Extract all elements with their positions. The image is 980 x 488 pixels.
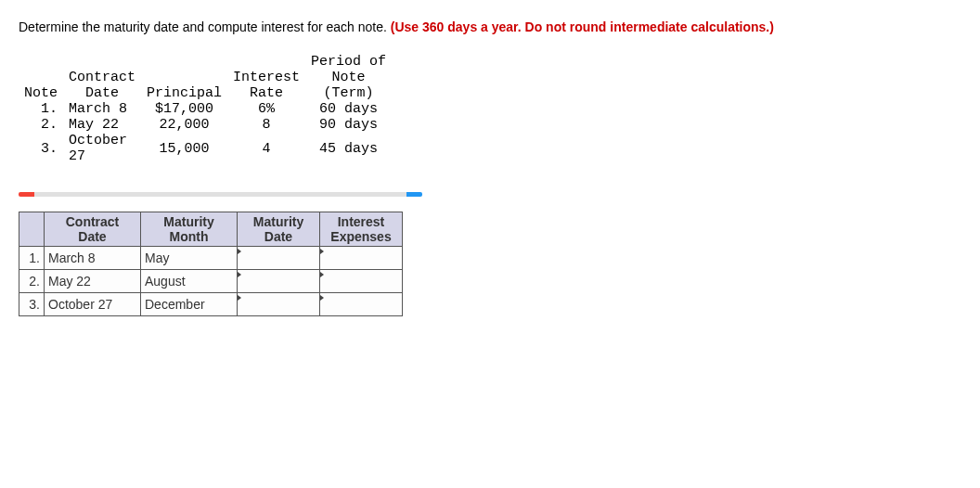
contract-date-cell: May 22 bbox=[63, 117, 141, 133]
given-row: 2. May 22 22,000 8 90 days bbox=[19, 117, 392, 133]
header-interest-expenses: InterestExpenses bbox=[320, 212, 403, 247]
header-maturity-date: MaturityDate bbox=[238, 212, 320, 247]
contract-date-cell: March 8 bbox=[45, 247, 141, 270]
header-contract-date: ContractDate bbox=[45, 212, 141, 247]
maturity-month-cell[interactable]: December bbox=[141, 293, 238, 316]
principal-cell: 22,000 bbox=[141, 117, 227, 133]
contract-date-cell: October 27 bbox=[45, 293, 141, 316]
row-number: 2. bbox=[19, 270, 45, 293]
rate-cell: 8 bbox=[227, 117, 305, 133]
maturity-date-input[interactable] bbox=[238, 293, 320, 316]
maturity-month-cell[interactable]: August bbox=[141, 270, 238, 293]
given-row: 1. March 8 $17,000 6% 60 days bbox=[19, 101, 392, 117]
given-row: 3. October27 15,000 4 45 days bbox=[19, 133, 392, 164]
header-principal: Principal bbox=[141, 54, 227, 101]
row-number: 3. bbox=[19, 293, 45, 316]
term-cell: 90 days bbox=[305, 117, 392, 133]
term-cell: 45 days bbox=[305, 133, 392, 164]
maturity-month-cell[interactable]: May bbox=[141, 247, 238, 270]
contract-date-cell: October27 bbox=[63, 133, 141, 164]
header-note: Note bbox=[19, 54, 63, 101]
principal-cell: $17,000 bbox=[141, 101, 227, 117]
row-number: 1. bbox=[19, 247, 45, 270]
header-contract-date: ContractDate bbox=[63, 54, 141, 101]
note-number: 1. bbox=[19, 101, 63, 117]
answer-input-table: ContractDate MaturityMonth MaturityDate … bbox=[19, 212, 403, 316]
header-blank bbox=[19, 212, 45, 247]
maturity-date-input[interactable] bbox=[238, 270, 320, 293]
horizontal-scrollbar[interactable] bbox=[19, 192, 422, 197]
contract-date-cell: May 22 bbox=[45, 270, 141, 293]
answer-row: 1. March 8 May bbox=[19, 247, 403, 270]
contract-date-cell: March 8 bbox=[63, 101, 141, 117]
principal-cell: 15,000 bbox=[141, 133, 227, 164]
note-number: 3. bbox=[19, 133, 63, 164]
rate-cell: 4 bbox=[227, 133, 305, 164]
note-number: 2. bbox=[19, 117, 63, 133]
interest-expense-input[interactable] bbox=[320, 247, 403, 270]
instruction-main: Determine the maturity date and compute … bbox=[19, 19, 391, 34]
answer-row: 2. May 22 August bbox=[19, 270, 403, 293]
given-data-table: Note ContractDate Principal InterestRate… bbox=[19, 54, 392, 164]
header-interest-rate: InterestRate bbox=[227, 54, 305, 101]
header-maturity-month: MaturityMonth bbox=[141, 212, 238, 247]
answer-row: 3. October 27 December bbox=[19, 293, 403, 316]
maturity-date-input[interactable] bbox=[238, 247, 320, 270]
term-cell: 60 days bbox=[305, 101, 392, 117]
header-term: Period ofNote(Term) bbox=[305, 54, 392, 101]
instruction-hint: (Use 360 days a year. Do not round inter… bbox=[391, 19, 774, 34]
interest-expense-input[interactable] bbox=[320, 293, 403, 316]
interest-expense-input[interactable] bbox=[320, 270, 403, 293]
instruction-text: Determine the maturity date and compute … bbox=[19, 19, 961, 35]
rate-cell: 6% bbox=[227, 101, 305, 117]
